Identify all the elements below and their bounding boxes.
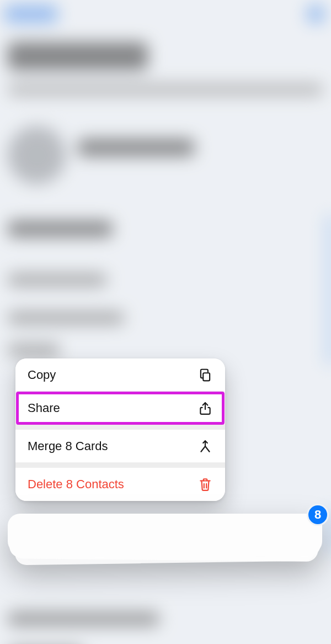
menu-separator <box>15 463 225 468</box>
stack-count-badge: 8 <box>307 504 329 526</box>
copy-icon <box>197 367 213 383</box>
share-icon <box>197 400 213 416</box>
badge-count: 8 <box>314 508 321 522</box>
dragged-cards-stack[interactable] <box>8 514 322 563</box>
menu-item-label: Delete 8 Contacts <box>28 477 124 492</box>
menu-item-label: Share <box>28 401 60 415</box>
merge-icon <box>197 439 213 454</box>
menu-separator <box>15 425 225 430</box>
menu-item-merge[interactable]: Merge 8 Cards <box>15 430 225 463</box>
menu-item-delete[interactable]: Delete 8 Contacts <box>15 468 225 501</box>
context-menu: Copy Share Merge 8 Cards Delete 8 Contac… <box>15 358 225 501</box>
menu-item-label: Merge 8 Cards <box>28 439 108 453</box>
svg-rect-0 <box>203 373 210 381</box>
menu-item-label: Copy <box>28 368 56 382</box>
menu-item-share[interactable]: Share <box>15 392 225 425</box>
menu-item-copy[interactable]: Copy <box>15 358 225 392</box>
trash-icon <box>197 477 213 492</box>
